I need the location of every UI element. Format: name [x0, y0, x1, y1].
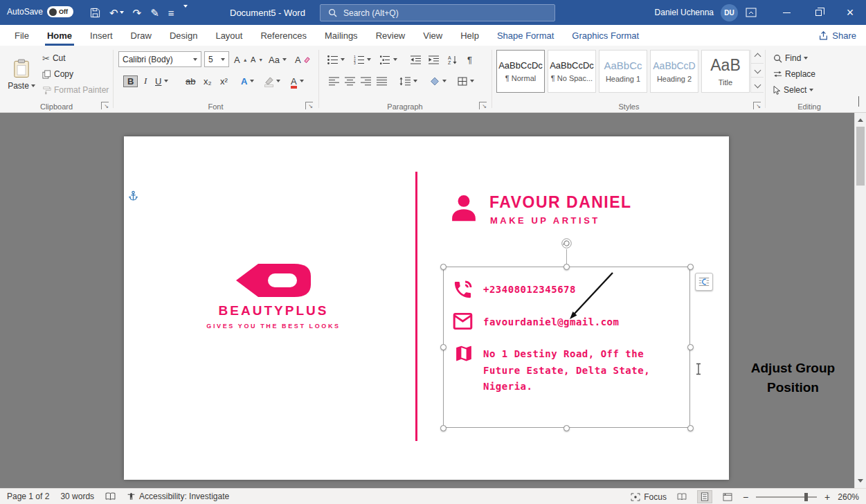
bullets-button[interactable]: [325, 52, 347, 67]
zoom-level[interactable]: 260%: [838, 492, 859, 502]
style-heading1[interactable]: AaBbCc Heading 1: [599, 50, 647, 93]
focus-button[interactable]: Focus: [631, 492, 667, 502]
scroll-up-button[interactable]: [855, 113, 866, 125]
undo-button[interactable]: ↶: [109, 8, 124, 18]
borders-button[interactable]: [455, 73, 476, 89]
selection-handle-top-left[interactable]: [440, 264, 446, 270]
customize-qat-button[interactable]: [183, 8, 188, 17]
style-no-spacing[interactable]: AaBbCcDc ¶ No Spac...: [548, 50, 596, 93]
print-layout-button[interactable]: [697, 490, 712, 503]
person-name[interactable]: FAVOUR DANIEL: [489, 193, 632, 212]
format-painter-button[interactable]: Format Painter: [40, 82, 111, 98]
tab-draw[interactable]: Draw: [122, 25, 161, 46]
superscript-button[interactable]: x²: [218, 73, 230, 89]
tab-file[interactable]: File: [6, 25, 38, 46]
restore-button[interactable]: [802, 0, 834, 25]
align-right-button[interactable]: [359, 73, 373, 89]
tab-view[interactable]: View: [414, 25, 451, 46]
autosave-toggle[interactable]: AutoSave Off: [7, 6, 73, 17]
selection-handle-mid-right[interactable]: [687, 344, 694, 350]
tab-home[interactable]: Home: [38, 25, 81, 46]
redo-button[interactable]: ↷: [133, 8, 142, 18]
justify-button[interactable]: [375, 73, 389, 89]
font-size-combobox[interactable]: 5: [204, 51, 229, 67]
logo-title[interactable]: BEAUTYPLUS: [177, 303, 370, 318]
phone-icon[interactable]: [452, 279, 473, 300]
paragraph-dialog-launcher[interactable]: ↘: [479, 102, 487, 109]
zoom-slider-thumb[interactable]: [804, 493, 808, 501]
tab-mailings[interactable]: Mailings: [316, 25, 367, 46]
document-page[interactable]: BEAUTYPLUS GIVES YOU THE BEST LOOKS FAVO…: [124, 136, 729, 480]
multilevel-list-button[interactable]: [378, 52, 399, 67]
selection-handle-top-right[interactable]: [687, 264, 694, 270]
text-effects-button[interactable]: A: [239, 73, 256, 89]
tab-insert[interactable]: Insert: [81, 25, 122, 46]
zoom-out-button[interactable]: −: [743, 492, 748, 503]
increase-indent-button[interactable]: [426, 52, 441, 67]
styles-more-button[interactable]: [750, 78, 764, 93]
layout-options-button[interactable]: [695, 273, 713, 291]
tab-review[interactable]: Review: [367, 25, 415, 46]
font-color-button[interactable]: A: [289, 73, 306, 89]
draw-button[interactable]: ✎: [150, 8, 159, 18]
person-role[interactable]: MAKE UP ARTIST: [490, 215, 600, 226]
beautyplus-logo[interactable]: [235, 262, 312, 299]
decrease-indent-button[interactable]: [408, 52, 423, 67]
cut-button[interactable]: ✂ Cut: [40, 51, 68, 66]
close-button[interactable]: ×: [834, 0, 866, 25]
scroll-down-button[interactable]: [855, 476, 866, 488]
tab-help[interactable]: Help: [451, 25, 488, 46]
proofing-button[interactable]: [105, 492, 116, 501]
tab-layout[interactable]: Layout: [206, 25, 251, 46]
strikethrough-button[interactable]: ab: [183, 73, 197, 89]
sort-button[interactable]: AZ: [446, 52, 460, 67]
person-icon[interactable]: [448, 190, 480, 225]
vertical-scrollbar[interactable]: [854, 113, 866, 488]
styles-scroll-down-button[interactable]: [750, 64, 764, 78]
styles-scroll-up-button[interactable]: [750, 50, 764, 64]
zoom-in-button[interactable]: +: [824, 492, 830, 503]
logo-tagline[interactable]: GIVES YOU THE BEST LOOKS: [177, 323, 370, 330]
annotation-arrow[interactable]: [567, 269, 617, 324]
account-area[interactable]: Daniel Uchenna DU: [655, 0, 738, 25]
quick-list-button[interactable]: ≡: [168, 8, 174, 18]
selection-handle-mid-left[interactable]: [440, 344, 446, 350]
numbering-button[interactable]: 123: [352, 52, 373, 67]
collapse-ribbon-button[interactable]: [858, 97, 859, 107]
clear-formatting-button[interactable]: A: [293, 52, 312, 67]
address-block[interactable]: No 1 Destiny Road, Off the Future Estate…: [483, 346, 650, 395]
highlight-button[interactable]: [262, 73, 282, 89]
search-box[interactable]: Search (Alt+Q): [320, 4, 555, 21]
style-normal[interactable]: AaBbCcDc ¶ Normal: [496, 50, 545, 93]
replace-button[interactable]: Replace: [771, 66, 818, 82]
tab-graphics-format[interactable]: Graphics Format: [563, 25, 648, 46]
font-dialog-launcher[interactable]: ↘: [305, 102, 313, 109]
web-layout-button[interactable]: [720, 490, 735, 503]
phone-number[interactable]: +23408012345678: [483, 284, 576, 295]
grow-font-button[interactable]: A▲: [232, 52, 250, 67]
clipboard-dialog-launcher[interactable]: ↘: [101, 102, 109, 109]
minimize-button[interactable]: [770, 0, 802, 25]
find-button[interactable]: Find: [771, 51, 810, 66]
scrollbar-thumb[interactable]: [856, 127, 865, 186]
zoom-slider[interactable]: [756, 496, 817, 498]
read-mode-button[interactable]: [674, 490, 689, 503]
rotation-handle[interactable]: [561, 237, 572, 249]
map-icon[interactable]: [453, 343, 474, 363]
underline-button[interactable]: U: [153, 73, 170, 89]
subscript-button[interactable]: x₂: [201, 73, 214, 89]
tab-design[interactable]: Design: [161, 25, 206, 46]
font-name-combobox[interactable]: Calibri (Body): [118, 51, 201, 67]
align-center-button[interactable]: [343, 73, 357, 89]
document-canvas[interactable]: BEAUTYPLUS GIVES YOU THE BEST LOOKS FAVO…: [0, 113, 866, 488]
italic-button[interactable]: I: [142, 73, 149, 89]
style-title[interactable]: AaB Title: [701, 50, 750, 93]
styles-dialog-launcher[interactable]: ↘: [753, 102, 761, 109]
select-button[interactable]: Select: [771, 82, 815, 98]
ribbon-display-options-button[interactable]: [739, 0, 764, 25]
page-indicator[interactable]: Page 1 of 2: [7, 492, 49, 501]
bold-button[interactable]: B: [121, 73, 140, 89]
annotation-text[interactable]: Adjust Group Position: [736, 359, 850, 397]
word-count[interactable]: 30 words: [60, 492, 94, 501]
autosave-switch[interactable]: Off: [47, 6, 73, 17]
